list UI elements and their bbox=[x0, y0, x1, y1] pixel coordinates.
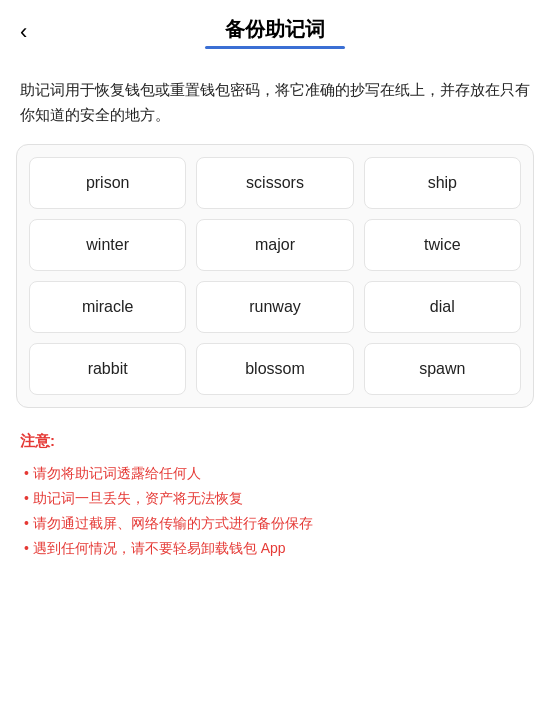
description-text: 助记词用于恢复钱包或重置钱包密码，将它准确的抄写在纸上，并存放在只有你知道的安全… bbox=[0, 57, 550, 144]
mnemonic-cell: rabbit bbox=[29, 343, 186, 395]
notice-item: 请勿通过截屏、网络传输的方式进行备份保存 bbox=[20, 511, 530, 536]
notice-title: 注意: bbox=[20, 432, 530, 451]
mnemonic-grid-wrapper: prisonscissorsshipwintermajortwicemiracl… bbox=[16, 144, 534, 408]
title-underline bbox=[205, 46, 345, 49]
mnemonic-cell: winter bbox=[29, 219, 186, 271]
notice-item: 助记词一旦丢失，资产将无法恢复 bbox=[20, 486, 530, 511]
notice-items: 请勿将助记词透露给任何人助记词一旦丢失，资产将无法恢复请勿通过截屏、网络传输的方… bbox=[20, 461, 530, 562]
title-wrapper: 备份助记词 bbox=[205, 16, 345, 49]
header: ‹ 备份助记词 bbox=[0, 0, 550, 57]
mnemonic-cell: runway bbox=[196, 281, 353, 333]
mnemonic-cell: scissors bbox=[196, 157, 353, 209]
mnemonic-cell: ship bbox=[364, 157, 521, 209]
notice-item: 遇到任何情况，请不要轻易卸载钱包 App bbox=[20, 536, 530, 561]
mnemonic-grid: prisonscissorsshipwintermajortwicemiracl… bbox=[29, 157, 521, 395]
notice-item: 请勿将助记词透露给任何人 bbox=[20, 461, 530, 486]
mnemonic-cell: dial bbox=[364, 281, 521, 333]
mnemonic-cell: spawn bbox=[364, 343, 521, 395]
mnemonic-cell: prison bbox=[29, 157, 186, 209]
mnemonic-cell: twice bbox=[364, 219, 521, 271]
mnemonic-cell: major bbox=[196, 219, 353, 271]
back-button[interactable]: ‹ bbox=[20, 21, 27, 43]
page-title: 备份助记词 bbox=[225, 16, 325, 43]
mnemonic-cell: blossom bbox=[196, 343, 353, 395]
mnemonic-cell: miracle bbox=[29, 281, 186, 333]
notice-section: 注意: 请勿将助记词透露给任何人助记词一旦丢失，资产将无法恢复请勿通过截屏、网络… bbox=[0, 408, 550, 582]
